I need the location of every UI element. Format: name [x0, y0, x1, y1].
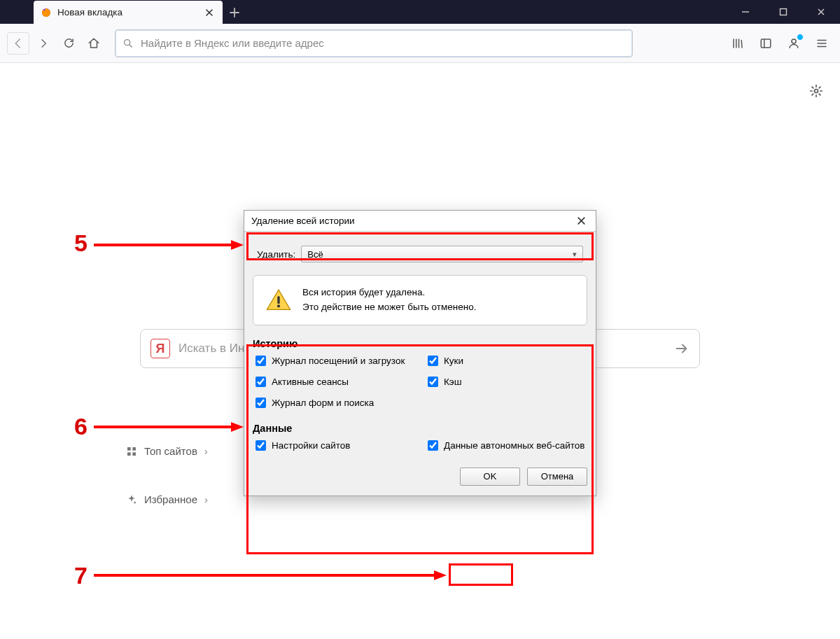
toolbar-right: [727, 32, 833, 55]
check-forms[interactable]: Журнал форм и поиска: [255, 397, 415, 409]
check-offline-box[interactable]: [428, 440, 438, 451]
warning-line-2: Это действие не может быть отменено.: [302, 300, 476, 315]
active-tab[interactable]: Новая вкладка: [34, 1, 223, 24]
newtab-settings-button[interactable]: [809, 84, 823, 98]
check-offline[interactable]: Данные автономных веб-сайтов: [428, 440, 587, 452]
time-range-value: Всё: [307, 249, 323, 260]
check-sessions[interactable]: Активные сеансы: [255, 376, 415, 388]
top-sites-label: Топ сайтов: [144, 445, 197, 457]
account-button[interactable]: [783, 32, 805, 55]
ok-button[interactable]: OK: [460, 468, 520, 486]
warning-line-1: Вся история будет удалена.: [302, 286, 476, 300]
sparkle-icon: [126, 494, 137, 505]
chevron-right-icon: ›: [204, 493, 208, 505]
back-button[interactable]: [7, 32, 29, 55]
check-forms-label: Журнал форм и поиска: [272, 397, 374, 409]
dialog-close-button[interactable]: [574, 215, 589, 227]
tab-close-button[interactable]: [203, 6, 216, 19]
time-range-label: Удалить:: [257, 249, 295, 260]
tabstrip: Новая вкладка: [0, 0, 246, 24]
dialog-body: Удалить: Всё ▾ Вся история будет удалена…: [244, 232, 596, 496]
window-close-button[interactable]: [802, 0, 840, 24]
arrow-right-icon: [674, 341, 690, 356]
dialog-titlebar: Удаление всей истории: [244, 211, 596, 232]
check-cache-label: Кэш: [444, 376, 462, 388]
svg-rect-7: [132, 447, 136, 451]
annotation-7: 7: [74, 562, 88, 589]
clear-history-dialog: Удаление всей истории Удалить: Всё ▾ Вся…: [244, 210, 596, 496]
check-cookies-label: Куки: [444, 355, 463, 367]
check-cache[interactable]: Кэш: [428, 376, 587, 388]
tab-title: Новая вкладка: [57, 7, 197, 17]
toolbar: Найдите в Яндекс или введите адрес: [0, 24, 840, 63]
svg-rect-3: [761, 39, 771, 48]
check-cookies[interactable]: Куки: [428, 355, 587, 367]
gear-icon: [809, 84, 823, 98]
check-browsing-label: Журнал посещений и загрузок: [272, 355, 405, 367]
svg-point-2: [125, 39, 130, 45]
urlbar-placeholder: Найдите в Яндекс или введите адрес: [141, 37, 324, 49]
grid-icon: [126, 446, 137, 457]
history-checks: Журнал посещений и загрузок Куки Активны…: [253, 355, 587, 410]
sidebar-button[interactable]: [755, 32, 777, 55]
firefox-favicon-icon: [41, 7, 52, 18]
dialog-actions: OK Отмена: [253, 468, 587, 486]
window-maximize-button[interactable]: [764, 0, 802, 24]
home-button[interactable]: [83, 32, 105, 55]
chevron-right-icon: ›: [204, 445, 208, 457]
time-range-row: Удалить: Всё ▾: [253, 240, 587, 268]
cancel-button[interactable]: Отмена: [527, 468, 587, 486]
check-cache-box[interactable]: [428, 377, 438, 387]
reload-button[interactable]: [57, 32, 80, 55]
annotation-6: 6: [74, 413, 88, 440]
group-history-title: Историю: [253, 338, 587, 349]
svg-point-5: [815, 90, 818, 93]
check-sessions-label: Активные сеансы: [272, 376, 349, 388]
check-forms-box[interactable]: [255, 398, 266, 408]
check-cookies-box[interactable]: [428, 356, 438, 366]
check-site-settings-label: Настройки сайтов: [272, 440, 350, 452]
home-links: Топ сайтов › Избранное ›: [126, 440, 208, 511]
favorites-label: Избранное: [144, 493, 197, 505]
window-controls: [727, 0, 840, 24]
favorites-link[interactable]: Избранное ›: [126, 488, 208, 511]
window-minimize-button[interactable]: [727, 0, 764, 24]
top-sites-link[interactable]: Топ сайтов ›: [126, 440, 208, 463]
check-offline-label: Данные автономных веб-сайтов: [444, 440, 584, 452]
check-browsing[interactable]: Журнал посещений и загрузок: [255, 355, 415, 367]
menu-button[interactable]: [811, 32, 833, 55]
new-tab-button[interactable]: [223, 1, 246, 24]
svg-rect-6: [127, 447, 131, 451]
warning-text: Вся история будет удалена. Это действие …: [302, 286, 476, 315]
svg-point-11: [277, 304, 280, 307]
annotation-5: 5: [74, 230, 88, 257]
svg-rect-1: [780, 9, 787, 15]
yandex-logo-letter: Я: [156, 342, 165, 356]
chevron-down-icon: ▾: [573, 250, 577, 259]
group-data-title: Данные: [253, 423, 587, 434]
yandex-logo-icon: Я: [150, 339, 170, 358]
svg-rect-10: [277, 296, 279, 304]
svg-point-4: [792, 39, 796, 43]
warning-box: Вся история будет удалена. Это действие …: [253, 275, 587, 325]
url-bar[interactable]: Найдите в Яндекс или введите адрес: [115, 29, 633, 57]
check-site-settings[interactable]: Настройки сайтов: [255, 440, 415, 452]
data-checks: Настройки сайтов Данные автономных веб-с…: [253, 440, 587, 452]
titlebar: Новая вкладка: [0, 0, 840, 24]
dialog-title: Удаление всей истории: [251, 216, 355, 226]
check-browsing-box[interactable]: [255, 356, 266, 366]
time-range-select[interactable]: Всё ▾: [301, 246, 583, 262]
svg-rect-8: [127, 452, 131, 456]
check-site-settings-box[interactable]: [255, 440, 266, 451]
svg-rect-9: [132, 452, 136, 456]
check-sessions-box[interactable]: [255, 377, 266, 387]
warning-icon: [265, 286, 293, 314]
forward-button[interactable]: [32, 32, 55, 55]
search-icon: [122, 38, 134, 49]
library-button[interactable]: [727, 32, 749, 55]
